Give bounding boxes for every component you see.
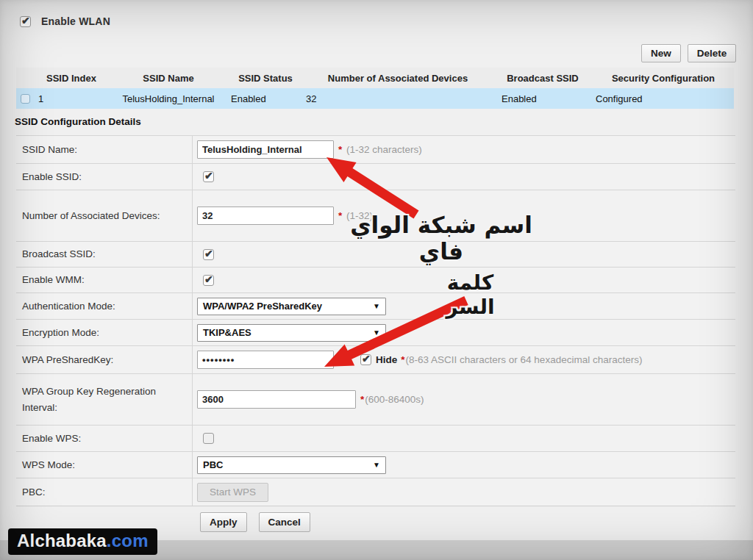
ssid-name-label: SSID Name: bbox=[16, 136, 193, 163]
group-key-label: WPA Group Key Regeneration Interval: bbox=[16, 374, 193, 425]
new-button[interactable]: New bbox=[641, 44, 681, 62]
header-security-config: Security Configuration bbox=[593, 73, 734, 84]
enable-ssid-checkbox[interactable] bbox=[203, 171, 214, 182]
hide-password-checkbox[interactable] bbox=[360, 354, 371, 365]
cancel-button[interactable]: Cancel bbox=[259, 512, 310, 532]
delete-button[interactable]: Delete bbox=[688, 44, 737, 62]
cell-ssid-index: 1 bbox=[34, 93, 109, 104]
required-asterisk: * bbox=[360, 394, 364, 405]
form-row-wpa-key: WPA PreSharedKey: Hide *(8-63 ASCII char… bbox=[16, 346, 735, 374]
chevron-down-icon: ▼ bbox=[373, 329, 380, 337]
start-wps-button[interactable]: Start WPS bbox=[197, 483, 268, 502]
broadcast-ssid-checkbox[interactable] bbox=[203, 249, 214, 260]
watermark-tld: .com bbox=[107, 531, 149, 550]
wps-mode-value: PBC bbox=[203, 459, 223, 470]
assoc-devices-label: Number of Associated Devices: bbox=[16, 190, 193, 241]
table-actions: New Delete bbox=[641, 44, 736, 62]
group-key-input[interactable] bbox=[197, 390, 356, 409]
broadcast-ssid-label: Broadcast SSID: bbox=[16, 242, 193, 267]
ssid-config-form: SSID Name: * (1-32 characters) Enable SS… bbox=[16, 135, 735, 506]
annotation-wifi-name: اسم شبكة الواي فاي bbox=[335, 212, 548, 265]
ssid-name-hint: (1-32 characters) bbox=[343, 144, 422, 155]
cell-ssid-status: Enabled bbox=[228, 93, 303, 104]
wpa-key-label: WPA PreSharedKey: bbox=[16, 346, 193, 373]
enc-mode-label: Encryption Mode: bbox=[16, 320, 193, 345]
cell-ssid-name: TelusHolding_Internal bbox=[109, 93, 228, 104]
form-row-pbc: PBC: Start WPS bbox=[16, 478, 735, 506]
enable-wmm-checkbox[interactable] bbox=[203, 275, 214, 286]
enable-wlan-label: Enable WLAN bbox=[41, 15, 110, 27]
wps-mode-select[interactable]: PBC ▼ bbox=[197, 456, 386, 474]
cell-security-config: Configured bbox=[593, 93, 734, 104]
header-ssid-name: SSID Name bbox=[109, 73, 228, 84]
header-ssid-status: SSID Status bbox=[228, 73, 303, 84]
footer-buttons: Apply Cancel bbox=[200, 512, 310, 532]
chevron-down-icon: ▼ bbox=[373, 461, 380, 469]
apply-button[interactable]: Apply bbox=[200, 512, 247, 532]
header-broadcast-ssid: Broadcast SSID bbox=[493, 73, 593, 84]
hide-label: Hide bbox=[376, 354, 397, 365]
form-row-enc-mode: Encryption Mode: TKIP&AES ▼ bbox=[16, 320, 735, 346]
watermark-site: Alchabaka bbox=[17, 531, 107, 550]
table-row[interactable]: 1 TelusHolding_Internal Enabled 32 Enabl… bbox=[16, 88, 734, 109]
section-title: SSID Configuration Details bbox=[15, 116, 141, 127]
wpa-key-hint: (8-63 ASCII characters or 64 hexadecimal… bbox=[406, 354, 643, 365]
cell-broadcast-ssid: Enabled bbox=[493, 93, 593, 104]
enable-wlan-row: Enable WLAN bbox=[20, 15, 110, 27]
enable-wmm-label: Enable WMM: bbox=[16, 268, 193, 292]
chevron-down-icon: ▼ bbox=[373, 302, 380, 310]
enable-wps-label: Enable WPS: bbox=[16, 426, 193, 451]
header-num-devices: Number of Associated Devices bbox=[303, 73, 493, 84]
ssid-name-input[interactable] bbox=[197, 140, 334, 159]
required-asterisk: * bbox=[338, 144, 342, 155]
form-row-enable-ssid: Enable SSID: bbox=[16, 164, 735, 190]
cell-num-devices: 32 bbox=[303, 93, 493, 104]
form-row-auth-mode: Authentication Mode: WPA/WPA2 PreSharedK… bbox=[16, 293, 735, 320]
form-row-wps-mode: WPS Mode: PBC ▼ bbox=[16, 452, 735, 478]
enable-ssid-label: Enable SSID: bbox=[16, 164, 193, 190]
wps-mode-label: WPS Mode: bbox=[16, 452, 193, 478]
ssid-table: SSID Index SSID Name SSID Status Number … bbox=[16, 68, 734, 109]
enc-mode-value: TKIP&AES bbox=[203, 327, 251, 338]
watermark: Alchabaka.com bbox=[8, 528, 157, 555]
auth-mode-select[interactable]: WPA/WPA2 PreSharedKey ▼ bbox=[197, 298, 386, 315]
auth-mode-label: Authentication Mode: bbox=[16, 293, 193, 319]
form-row-ssid-name: SSID Name: * (1-32 characters) bbox=[16, 136, 735, 164]
row-select-checkbox[interactable] bbox=[21, 94, 30, 104]
auth-mode-value: WPA/WPA2 PreSharedKey bbox=[203, 301, 322, 312]
ssid-table-header: SSID Index SSID Name SSID Status Number … bbox=[16, 68, 734, 88]
required-asterisk: * bbox=[401, 354, 404, 365]
pbc-label: PBC: bbox=[16, 478, 193, 506]
form-row-enable-wmm: Enable WMM: bbox=[16, 268, 735, 293]
annotation-password: كلمة السر bbox=[421, 270, 520, 319]
group-key-hint: (600-86400s) bbox=[365, 394, 424, 405]
wpa-key-input[interactable] bbox=[197, 351, 334, 369]
enable-wlan-checkbox[interactable] bbox=[20, 16, 31, 27]
form-row-enable-wps: Enable WPS: bbox=[16, 426, 735, 452]
enc-mode-select[interactable]: TKIP&AES ▼ bbox=[197, 324, 386, 342]
enable-wps-checkbox[interactable] bbox=[203, 433, 214, 444]
header-ssid-index: SSID Index bbox=[34, 73, 109, 84]
assoc-devices-input[interactable] bbox=[197, 207, 334, 225]
wlan-settings-page: Enable WLAN New Delete SSID Index SSID N… bbox=[0, 0, 753, 560]
form-row-group-key: WPA Group Key Regeneration Interval: *(6… bbox=[16, 374, 735, 426]
